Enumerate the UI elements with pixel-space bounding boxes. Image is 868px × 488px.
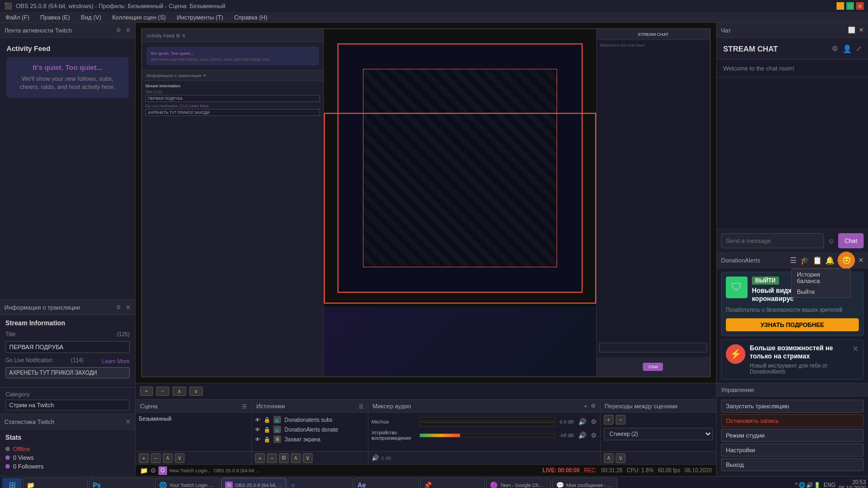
source-lock-3[interactable]: 🔒 bbox=[264, 436, 270, 442]
stream-info-settings-icon[interactable]: ⚙ bbox=[114, 304, 122, 311]
exit-item[interactable]: Выйти bbox=[792, 286, 850, 297]
scenes-down-btn[interactable]: ∨ bbox=[175, 453, 184, 463]
remove-scene-btn[interactable]: − bbox=[156, 387, 169, 396]
studio-mode-btn[interactable]: Режим студии bbox=[721, 429, 864, 442]
taskbar-file-icon: 📁 bbox=[140, 467, 148, 474]
alert-2-close-icon[interactable]: ✕ bbox=[852, 344, 859, 353]
scenes-menu-icon[interactable]: ☰ bbox=[242, 403, 247, 409]
maximize-button[interactable]: □ bbox=[846, 2, 854, 10]
menu-edit[interactable]: Правка (E) bbox=[38, 14, 72, 21]
transitions-remove-btn[interactable]: − bbox=[616, 415, 626, 425]
close-button[interactable]: ✕ bbox=[856, 2, 864, 10]
settings-btn[interactable]: Настройки bbox=[721, 444, 864, 457]
donation-alerts-title: DonationAlerts bbox=[721, 257, 760, 264]
tray-battery-icon: 🔋 bbox=[814, 482, 820, 488]
donation-header-icons: ☰ 🎓 📋 🔔 😊 ✕ bbox=[790, 252, 864, 269]
source-eye-2[interactable]: 👁 bbox=[255, 427, 260, 433]
sources-settings-btn[interactable]: ⚙ bbox=[279, 453, 289, 463]
add-scene-btn[interactable]: + bbox=[140, 387, 153, 396]
menu-help[interactable]: Справка (H) bbox=[232, 14, 269, 21]
sources-add-btn[interactable]: + bbox=[255, 453, 265, 463]
learn-more-link[interactable]: Learn More bbox=[102, 358, 130, 364]
chat-user-icon[interactable]: 👤 bbox=[843, 44, 852, 53]
chat-input-row: ☺ Chat bbox=[717, 229, 868, 253]
device-row: Устройство воспроизведения -inf dB 🔊 ⚙ bbox=[372, 430, 597, 441]
stop-record-btn[interactable]: Остановить запись bbox=[721, 414, 864, 427]
tray-volume-icon[interactable]: 🔊 bbox=[806, 482, 813, 488]
transitions-down-btn[interactable]: ∨ bbox=[616, 453, 626, 463]
move-up-btn[interactable]: ∧ bbox=[173, 387, 186, 396]
stat-views-row: 0 Views bbox=[5, 454, 130, 461]
menu-scene-collection[interactable]: Коллекция сцен (S) bbox=[110, 14, 168, 21]
taskbar-photoshop[interactable]: Ps bbox=[89, 478, 154, 489]
mic-settings-icon[interactable]: ⚙ bbox=[591, 418, 597, 426]
mic-audio-bar bbox=[419, 417, 556, 421]
da-cap-icon[interactable]: 🎓 bbox=[800, 256, 809, 265]
da-list-icon[interactable]: 📋 bbox=[813, 256, 822, 265]
da-menu-icon[interactable]: ☰ bbox=[790, 256, 797, 265]
chat-gear-icon[interactable]: ⚙ bbox=[832, 44, 838, 53]
menu-view[interactable]: Вид (V) bbox=[79, 14, 104, 21]
start-stream-btn[interactable]: Запустить трансляцию bbox=[721, 400, 864, 413]
minimize-button[interactable]: ─ bbox=[837, 2, 844, 10]
scenes-remove-btn[interactable]: − bbox=[151, 453, 161, 463]
source-eye-3[interactable]: 👁 bbox=[255, 436, 260, 442]
scene-item[interactable]: Безымянный bbox=[139, 415, 248, 423]
scenes-add-btn[interactable]: + bbox=[139, 453, 149, 463]
settings-icon[interactable]: ⚙ bbox=[114, 27, 122, 34]
tray-lang: ENG bbox=[824, 482, 835, 488]
stats-close-icon[interactable]: ✕ bbox=[125, 418, 131, 426]
device-vol-icon[interactable]: 🔊 bbox=[578, 432, 586, 439]
scenes-up-btn[interactable]: ∧ bbox=[163, 453, 173, 463]
transition-type-select[interactable]: Стингер (2) bbox=[604, 428, 713, 440]
menu-file[interactable]: Файл (F) bbox=[3, 14, 31, 21]
transitions-up-btn[interactable]: ∧ bbox=[604, 453, 614, 463]
window-controls: ─ □ ✕ bbox=[837, 2, 864, 10]
transitions-add-btn[interactable]: + bbox=[604, 415, 614, 425]
chat-close-icon[interactable]: ✕ bbox=[859, 27, 864, 34]
da-bell-icon[interactable]: 🔔 bbox=[825, 256, 834, 265]
chat-send-button[interactable]: Chat bbox=[838, 233, 864, 248]
offline-badge: Offline bbox=[13, 446, 30, 452]
device-settings-icon[interactable]: ⚙ bbox=[591, 432, 597, 439]
source-icon-2: 📺 bbox=[273, 426, 281, 433]
taskbar-right: ^ 🌐 🔊 🔋 ENG 20:53 06.10.2020 bbox=[795, 479, 866, 489]
mic-vol-icon[interactable]: 🔊 bbox=[578, 418, 586, 426]
stream-info-close-icon[interactable]: ✕ bbox=[125, 304, 131, 311]
source-lock-2[interactable]: 🔒 bbox=[264, 427, 270, 433]
taskbar-ae[interactable]: Ae bbox=[354, 478, 419, 489]
taskbar-twitch-login[interactable]: 🌐 Your Twitch Login ... bbox=[155, 478, 220, 489]
sources-remove-btn[interactable]: − bbox=[267, 453, 277, 463]
taskbar-twitch-chat[interactable]: 🟣 Твич - Google Ch... bbox=[486, 478, 551, 489]
audio-settings-icon[interactable]: ⚙ bbox=[591, 403, 596, 409]
activity-feed-close-icon[interactable]: ✕ bbox=[125, 27, 131, 34]
da-avatar-btn[interactable]: 😊 bbox=[838, 252, 855, 269]
activity-feed-panel-title: Лента активности Twitch bbox=[4, 27, 72, 34]
fps-value: 60.00 fps bbox=[658, 467, 680, 473]
source-eye-1[interactable]: 👁 bbox=[255, 417, 260, 423]
taskbar-misc[interactable]: 📌 bbox=[420, 478, 485, 489]
history-balance-item[interactable]: История баланса bbox=[792, 269, 850, 286]
sources-down-btn[interactable]: ∨ bbox=[303, 453, 312, 463]
sources-up-btn[interactable]: ∧ bbox=[291, 453, 301, 463]
audio-add-icon[interactable]: + bbox=[584, 403, 587, 409]
chat-input[interactable] bbox=[721, 233, 824, 248]
chat-expand-icon[interactable]: ⤢ bbox=[856, 45, 861, 53]
da-close-icon[interactable]: ✕ bbox=[858, 256, 864, 264]
exit-btn[interactable]: Выход bbox=[721, 458, 864, 471]
taskbar-obs[interactable]: O OBS 25.0.8 (64-bit, ... bbox=[221, 478, 286, 489]
tray-arrow-icon[interactable]: ^ bbox=[795, 482, 798, 488]
taskbar-edge[interactable]: e bbox=[288, 478, 353, 489]
taskbar-file-explorer[interactable]: 📁 bbox=[23, 478, 88, 489]
start-button[interactable]: ⊞ bbox=[2, 478, 22, 489]
sources-menu-icon[interactable]: ☰ bbox=[359, 403, 363, 409]
chat-maximize-icon[interactable]: ⬜ bbox=[848, 27, 856, 34]
alert-1-action-btn[interactable]: УЗНАТЬ ПОДРОБНЕЕ bbox=[726, 318, 859, 331]
mic-audio-bar-2 bbox=[419, 422, 556, 427]
taskbar-messages[interactable]: 💬 Мои сообщения - ... bbox=[552, 478, 617, 489]
move-down-btn[interactable]: ∨ bbox=[189, 387, 203, 396]
menu-tools[interactable]: Инструменты (T) bbox=[175, 14, 226, 21]
source-lock-1[interactable]: 🔒 bbox=[264, 417, 270, 423]
chat-emoji-icon[interactable]: ☺ bbox=[827, 237, 834, 245]
title-input[interactable] bbox=[5, 341, 130, 353]
